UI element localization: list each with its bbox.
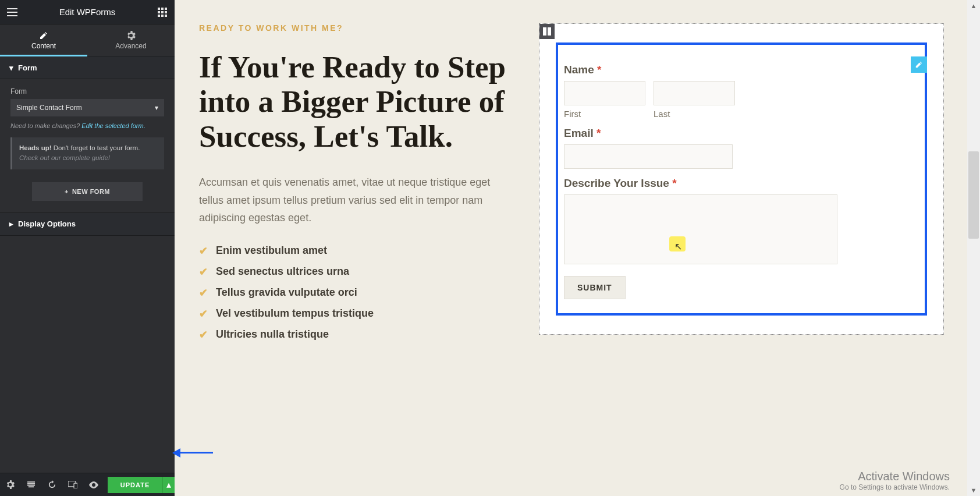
wpforms-widget[interactable]: Name * First Last Email * (539, 23, 944, 335)
hamburger-menu-icon[interactable] (0, 0, 24, 24)
helper-prefix: Need to make changes? (10, 122, 81, 129)
update-label: UPDATE (120, 481, 150, 488)
history-icon[interactable] (42, 473, 63, 497)
preview-icon[interactable] (83, 473, 104, 497)
browser-scrollbar[interactable]: ▲ ▼ (967, 0, 980, 496)
watermark-line2: Go to Settings to activate Windows. (840, 483, 950, 491)
last-name-input[interactable] (654, 81, 735, 105)
describe-textarea[interactable] (564, 194, 837, 264)
svg-rect-3 (158, 11, 160, 13)
submit-button[interactable]: SUBMIT (564, 276, 626, 299)
form-selector[interactable]: Simple Contact Form ▾ (10, 99, 164, 116)
email-label: Email * (564, 127, 919, 140)
page-preview: READY TO WORK WITH ME? If You're Ready t… (175, 0, 961, 496)
notice-bold: Heads up! (19, 144, 52, 151)
section-form[interactable]: ▾ Form (0, 56, 175, 79)
eyebrow-text: READY TO WORK WITH ME? (199, 23, 513, 33)
tab-advanced[interactable]: Advanced (87, 24, 175, 56)
check-text: Vel vestibulum tempus tristique (216, 307, 374, 320)
list-item: ✔Sed senectus ultrices urna (199, 265, 513, 278)
sidebar-title: Edit WPForms (24, 7, 150, 17)
cursor-icon: ↖ (674, 241, 682, 252)
elementor-sidebar: Edit WPForms Content Advanced ▾ Form For… (0, 0, 175, 496)
check-text: Enim vestibulum amet (216, 245, 327, 257)
update-button[interactable]: UPDATE (108, 477, 162, 493)
svg-rect-1 (161, 8, 164, 10)
content-right-column: Name * First Last Email * (525, 23, 944, 349)
list-item: ✔Vel vestibulum tempus tristique (199, 307, 513, 320)
field-form-label: Form (10, 87, 164, 95)
content-left-column: READY TO WORK WITH ME? If You're Ready t… (199, 23, 525, 349)
tab-content-label: Content (31, 42, 56, 50)
check-icon: ✔ (199, 265, 208, 278)
caret-right-icon: ▸ (9, 219, 13, 228)
sidebar-header: Edit WPForms (0, 0, 175, 24)
check-text: Tellus gravida vulputate orci (216, 286, 357, 299)
windows-watermark: Activate Windows Go to Settings to activ… (840, 470, 950, 491)
caret-down-icon: ▾ (9, 63, 13, 72)
section-display-options[interactable]: ▸ Display Options (0, 212, 175, 236)
chevron-down-icon: ▾ (155, 104, 158, 112)
describe-label: Describe Your Issue * (564, 177, 919, 190)
edit-widget-icon[interactable] (911, 56, 927, 73)
scroll-thumb[interactable] (968, 151, 979, 239)
selected-widget-outline: Name * First Last Email * (556, 42, 927, 316)
notice-rest: Don't forget to test your form. (52, 144, 140, 151)
svg-rect-2 (165, 8, 167, 10)
sidebar-footer: UPDATE ▴ (0, 473, 175, 496)
last-sublabel: Last (654, 109, 735, 119)
svg-rect-6 (158, 15, 160, 17)
check-icon: ✔ (199, 286, 208, 299)
svg-rect-5 (165, 11, 167, 13)
check-text: Ultricies nulla tristique (216, 328, 329, 341)
helper-text: Need to make changes? Edit the selected … (10, 122, 164, 129)
column-handle-icon[interactable] (539, 24, 555, 39)
pencil-icon (38, 30, 49, 41)
annotation-arrow-head (172, 448, 180, 458)
email-input[interactable] (564, 144, 733, 169)
name-label: Name * (564, 63, 919, 76)
svg-rect-11 (543, 27, 546, 36)
first-name-input[interactable] (564, 81, 645, 105)
navigator-icon[interactable] (21, 473, 42, 497)
svg-rect-8 (165, 15, 167, 17)
checklist: ✔Enim vestibulum amet ✔Sed senectus ultr… (199, 245, 513, 341)
page-headline: If You're Ready to Step into a Bigger Pi… (199, 50, 513, 154)
list-item: ✔Enim vestibulum amet (199, 245, 513, 257)
section-form-body: Form Simple Contact Form ▾ Need to make … (0, 79, 175, 212)
submit-label: SUBMIT (577, 283, 612, 292)
svg-rect-0 (158, 8, 160, 10)
watermark-line1: Activate Windows (840, 470, 950, 483)
notice-guide-link[interactable]: Check out our complete guide! (19, 154, 110, 161)
form-selected-value: Simple Contact Form (16, 104, 82, 112)
check-icon: ✔ (199, 245, 208, 257)
responsive-icon[interactable] (62, 473, 83, 497)
widgets-grid-icon[interactable] (150, 0, 175, 24)
update-options-caret[interactable]: ▴ (162, 477, 175, 493)
svg-rect-10 (74, 483, 77, 488)
contact-form: Name * First Last Email * (558, 45, 925, 313)
scroll-up-icon[interactable]: ▲ (967, 0, 980, 12)
gear-icon (126, 30, 136, 41)
check-icon: ✔ (199, 328, 208, 341)
new-form-button[interactable]: + NEW FORM (32, 182, 143, 201)
check-icon: ✔ (199, 307, 208, 320)
new-form-label: NEW FORM (72, 188, 110, 195)
settings-icon[interactable] (0, 473, 21, 497)
edit-form-link[interactable]: Edit the selected form. (81, 122, 145, 129)
heads-up-notice: Heads up! Don't forget to test your form… (10, 137, 164, 169)
section-form-label: Form (18, 63, 37, 72)
plus-icon: + (65, 188, 69, 195)
list-item: ✔Ultricies nulla tristique (199, 328, 513, 341)
svg-rect-7 (161, 15, 164, 17)
intro-paragraph: Accumsan et quis venenatis amet, vitae u… (199, 173, 513, 227)
section-display-label: Display Options (18, 219, 76, 228)
tab-content[interactable]: Content (0, 24, 87, 56)
scroll-down-icon[interactable]: ▼ (967, 484, 980, 496)
tab-advanced-label: Advanced (115, 42, 146, 50)
svg-rect-4 (161, 11, 164, 13)
check-text: Sed senectus ultrices urna (216, 265, 349, 278)
tabs: Content Advanced (0, 24, 175, 56)
svg-rect-12 (548, 27, 551, 36)
list-item: ✔Tellus gravida vulputate orci (199, 286, 513, 299)
